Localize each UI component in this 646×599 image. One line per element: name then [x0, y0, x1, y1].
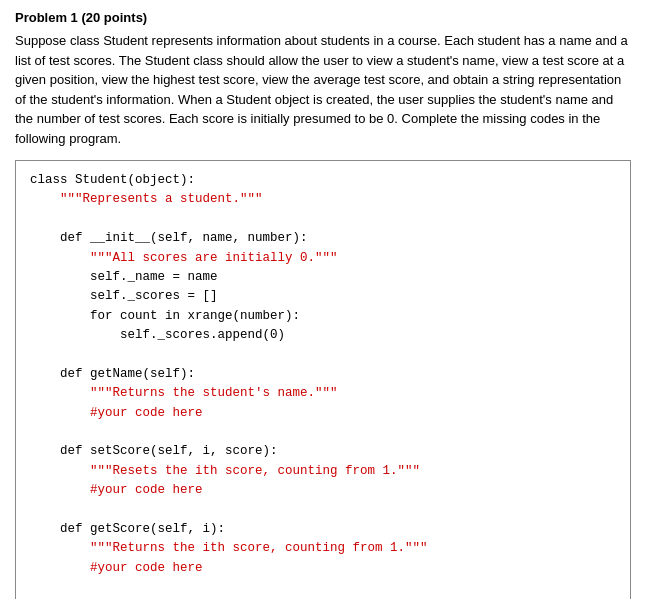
problem-header: Problem 1 (20 points) [15, 10, 631, 25]
code-line-14 [30, 423, 616, 442]
code-line-18 [30, 500, 616, 519]
code-line-16: """Resets the ith score, counting from 1… [30, 462, 616, 481]
code-line-19: def getScore(self, i): [30, 520, 616, 539]
code-line-3 [30, 210, 616, 229]
code-line-1: class Student(object): [30, 171, 616, 190]
problem-description: Suppose class Student represents informa… [15, 31, 631, 148]
code-line-15: def setScore(self, i, score): [30, 442, 616, 461]
code-line-2: """Represents a student.""" [30, 190, 616, 209]
code-line-9: self._scores.append(0) [30, 326, 616, 345]
code-line-7: self._scores = [] [30, 287, 616, 306]
code-line-8: for count in xrange(number): [30, 307, 616, 326]
code-line-20: """Returns the ith score, counting from … [30, 539, 616, 558]
code-line-6: self._name = name [30, 268, 616, 287]
code-line-4: def __init__(self, name, number): [30, 229, 616, 248]
code-line-13: #your code here [30, 404, 616, 423]
code-line-11: def getName(self): [30, 365, 616, 384]
code-line-22 [30, 578, 616, 597]
code-line-5: """All scores are initially 0.""" [30, 249, 616, 268]
code-line-17: #your code here [30, 481, 616, 500]
code-line-12: """Returns the student's name.""" [30, 384, 616, 403]
code-box: class Student(object): """Represents a s… [15, 160, 631, 599]
code-line-10 [30, 345, 616, 364]
code-line-21: #your code here [30, 559, 616, 578]
